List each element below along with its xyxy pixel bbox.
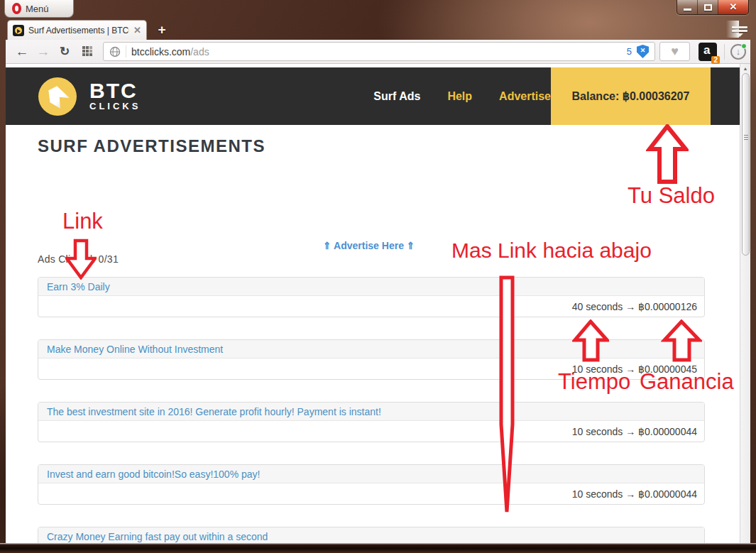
site-nav: Surf Ads Help Advertise [373,90,551,103]
annotation-time-label: Tiempo [558,369,630,395]
ad-card: Crazy Money Earning fast pay out within … [38,527,705,543]
ad-card-header: Earn 3% Daily [38,278,704,296]
annotation-balance-arrow-up-icon [646,124,689,184]
ad-card-header: The best investment site in 2016! Genera… [38,403,704,421]
tab-menu-bar [732,30,747,32]
balance-value: Balance: ฿0.00036207 [572,89,690,103]
annotation-long-arrow-down-icon [497,275,517,515]
amazon-extension-button[interactable]: a 2 [699,43,717,61]
ad-card: The best investment site in 2016! Genera… [38,402,705,442]
new-tab-button[interactable]: + [153,23,171,37]
annotation-earning-arrow-up-icon [661,319,702,362]
url-path: /ads [190,46,209,58]
logo-arrow-icon [45,86,71,110]
opera-menu-button[interactable]: Menú [4,0,74,18]
annotation-balance-label: Tu Saldo [628,183,715,209]
tab-menu-icon[interactable] [732,26,747,38]
logo-circle-icon [38,77,77,116]
ad-card-body: 40 seconds → ฿0.00000126 [38,296,704,317]
annotation-earning-label: Ganancia [640,369,734,395]
maximize-icon [704,4,712,11]
menu-button-label: Menú [26,4,49,14]
balance-box[interactable]: Balance: ฿0.00036207 [551,67,711,125]
toolbar-separator [724,44,725,60]
blocked-count: 5 [627,46,632,57]
site-badge-globe-icon[interactable] [109,46,121,58]
ad-reward: 40 seconds → ฿0.00000126 [572,301,697,312]
window-frame: Menú ✕ Surf Advertisements | BTCC ✕ + ← … [0,0,756,553]
page-content: BTC CLICKS Surf Ads Help Advertise Balan… [6,64,740,543]
forward-button[interactable]: → [33,44,54,60]
ad-card: Earn 3% Daily 40 seconds → ฿0.00000126 [38,277,705,317]
speed-dial-icon[interactable] [82,46,93,57]
address-bar[interactable]: btcclicks.com/ads 5 [103,42,655,61]
amazon-icon: a [703,43,710,58]
close-button[interactable]: ✕ [718,0,748,14]
download-icon: ↓ [736,46,741,57]
minimize-button[interactable] [677,0,698,14]
bookmark-button[interactable]: ♥ [659,42,690,61]
btcclicks-logo[interactable]: BTC CLICKS [38,77,141,116]
ad-title-link[interactable]: Crazy Money Earning fast pay out within … [47,531,268,542]
site-header: BTC CLICKS Surf Ads Help Advertise Balan… [6,67,740,125]
opera-logo-icon [12,3,21,14]
ad-card-body: 10 seconds → ฿0.00000044 [38,483,704,505]
minimize-icon [684,9,691,11]
scrollbar-up-icon[interactable]: ▲ [740,66,750,71]
ad-card-header: Crazy Money Earning fast pay out within … [38,527,704,543]
address-separator [126,45,126,58]
ad-title-link[interactable]: Make Money Online Without Investment [47,344,223,355]
annotation-time-arrow-up-icon [572,319,609,362]
ads-list: Earn 3% Daily 40 seconds → ฿0.00000126 M… [38,277,705,543]
browser-tab[interactable]: Surf Advertisements | BTCC ✕ [7,20,147,40]
shield-icon[interactable] [637,45,649,58]
browser-toolbar: ← → ↻ btcclicks.com/ads 5 ♥ a 2 ↓ [6,40,750,64]
logo-line1: BTC [89,81,141,101]
tab-menu-chevron [736,33,743,37]
annotation-link-arrow-down-icon [65,239,97,280]
download-button[interactable]: ↓ [730,44,746,60]
download-status-dot [741,43,747,49]
nav-help[interactable]: Help [447,90,472,103]
reload-button[interactable]: ↻ [54,44,75,59]
ad-card-body: 10 seconds → ฿0.00000044 [38,421,704,442]
annotation-more-links-label: Mas Link hacia abajo [451,239,652,263]
ad-title-link[interactable]: The best investment site in 2016! Genera… [47,406,381,417]
ad-reward: 10 seconds → ฿0.00000044 [572,426,697,437]
url-text[interactable]: btcclicks.com/ads [131,46,622,58]
tab-close-icon[interactable]: ✕ [133,25,141,35]
tab-title: Surf Advertisements | BTCC [28,26,129,35]
annotation-link-label: Link [62,209,103,234]
ad-card: Invest and earn good bitcoin!So easy!100… [38,464,705,505]
logo-line2: CLICKS [89,101,141,111]
nav-surf-ads[interactable]: Surf Ads [373,90,420,103]
url-host: btcclicks.com [131,46,190,58]
back-button[interactable]: ← [11,44,33,60]
scrollbar-grip [744,135,748,141]
ad-card-header: Invest and earn good bitcoin!So easy!100… [38,465,704,483]
ad-reward: 10 seconds → ฿0.00000044 [572,488,697,500]
heart-icon: ♥ [671,44,679,59]
amazon-badge: 2 [711,56,720,64]
page-title: SURF ADVERTISEMENTS [38,136,265,156]
ad-title-link[interactable]: Invest and earn good bitcoin!So easy!100… [47,469,260,480]
nav-advertise[interactable]: Advertise [499,90,551,103]
ad-title-link[interactable]: Earn 3% Daily [47,281,110,292]
advertise-here-link[interactable]: ⇑ Advertise Here ⇑ [323,240,415,251]
window-controls: ✕ [676,0,749,15]
logo-text: BTC CLICKS [89,81,141,111]
page-scrollbar[interactable]: ▲ [740,64,750,543]
window-bottom-frame [0,543,756,553]
scrollbar-thumb[interactable] [742,73,750,256]
close-icon: ✕ [718,1,748,12]
maximize-button[interactable] [698,0,718,14]
tab-menu-bar [732,26,747,28]
tab-favicon-icon [13,25,24,36]
